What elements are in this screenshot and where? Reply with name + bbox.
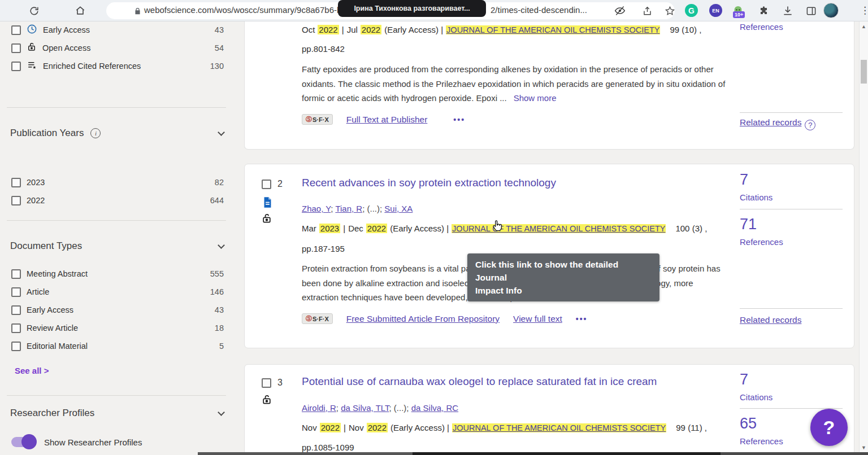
pub-month: Nov [302,423,317,432]
screenshare-notification[interactable]: Ірина Тихонкова разговаривает... [338,0,486,17]
references-label[interactable]: References [740,237,783,247]
profile-avatar[interactable] [823,3,839,18]
help-button[interactable]: ? [810,409,848,446]
author-link[interactable]: da Silva, RC [411,403,458,413]
meeting-abstract-checkbox[interactable] [11,269,21,279]
right-column-divider [740,308,843,309]
record-title-link[interactable]: Potential use of carnauba wax oleogel to… [302,375,657,388]
web-of-science-results-page: webofscience.com/wos/woscc/summary/9c8a6… [0,0,868,455]
filter-meeting-abstract[interactable]: Meeting Abstract 555 [11,268,224,280]
pub-year-highlight: 2022 [318,25,338,34]
filter-label: Article [27,287,49,296]
filter-label: Early Access [43,25,90,34]
document-types-header[interactable]: Document Types [10,240,224,252]
related-records-link[interactable]: Related records [740,315,801,325]
filter-label: Meeting Abstract [27,269,88,278]
filter-early-access-doctype[interactable]: Early Access 43 [11,304,224,316]
early-access-doctype-checkbox[interactable] [11,305,21,315]
researcher-profiles-toggle[interactable] [11,437,35,447]
show-more-link[interactable]: Show more [514,93,557,103]
year-2023-checkbox[interactable] [11,178,21,187]
article-checkbox[interactable] [11,287,21,297]
page-range: pp.801-842 [302,44,345,54]
early-access-tag: (Early Access) | [384,25,443,34]
pub-separator: | [342,25,344,34]
journal-link[interactable]: JOURNAL OF THE AMERICAN OIL CHEMISTS SOC… [452,224,666,233]
citations-count[interactable]: 7 [740,371,748,388]
publication-years-header[interactable]: Publication Years i [10,128,224,139]
author-link[interactable]: Airoldi, R [302,403,336,413]
year-2022-checkbox[interactable] [11,196,21,205]
grammarly-icon[interactable]: G [685,4,698,17]
author-link[interactable]: Sui, XA [384,204,413,213]
filter-year-2023[interactable]: 2023 82 [11,176,224,189]
free-submitted-article-link[interactable]: Free Submitted Article From Repository [346,314,500,324]
extensions-puzzle-icon[interactable] [757,5,770,17]
open-access-checkbox[interactable] [11,43,21,53]
toggle-label: Show Researcher Profiles [44,438,142,447]
download-icon[interactable] [782,5,794,17]
citations-label[interactable]: Citations [740,193,772,202]
citations-label[interactable]: Citations [740,392,772,402]
home-icon[interactable] [74,5,86,17]
scrollbar-thumb[interactable] [861,60,867,84]
enriched-checkbox[interactable] [11,62,21,71]
researcher-profiles-header[interactable]: Researcher Profiles [10,408,224,419]
fulltext-link-row: ⓈS·F·X Free Submitted Article From Repos… [302,313,588,324]
journal-link[interactable]: JOURNAL OF THE AMERICAN OIL CHEMISTS SOC… [452,423,666,432]
review-article-checkbox[interactable] [11,323,21,333]
filter-label: Review Article [27,323,78,333]
author-link[interactable]: da Silva, TLT [341,403,389,413]
view-full-text-link[interactable]: View full text [513,314,562,324]
more-links-button[interactable]: ••• [453,115,465,124]
question-circle-icon[interactable]: ? [805,120,815,130]
filter-article[interactable]: Article 146 [11,286,224,298]
references-label[interactable]: References [740,22,783,32]
author-link[interactable]: Tian, R [335,204,362,213]
filter-open-access[interactable]: Open Access 54 [11,42,224,54]
browser-menu-icon[interactable]: ⋮ [860,5,868,16]
info-icon[interactable]: i [90,128,101,138]
filter-count: 146 [210,287,224,296]
see-all-link[interactable]: See all > [15,366,49,375]
chevron-down-icon[interactable] [218,129,225,136]
record-title-link[interactable]: Recent advances in soy protein extractio… [302,177,556,189]
filter-review-article[interactable]: Review Article 18 [11,322,224,334]
filter-editorial-material[interactable]: Editorial Material 5 [11,340,224,352]
journal-link[interactable]: JOURNAL OF THE AMERICAN OIL CHEMISTS SOC… [446,25,660,34]
result-card-3: 3 Potential use of carnauba wax oleogel … [244,364,854,455]
early-access-checkbox[interactable] [11,25,21,35]
references-count[interactable]: 65 [740,415,757,432]
filter-enriched-cited-references[interactable]: Enriched Cited References 130 [11,60,224,72]
author-link[interactable]: Zhao, Y [302,204,331,213]
references-count[interactable]: 71 [740,216,757,233]
scroll-down-icon[interactable]: ▼ [860,445,868,450]
references-label[interactable]: References [740,436,783,446]
side-panel-icon[interactable] [805,5,817,17]
record-checkbox[interactable] [262,378,271,388]
chevron-down-icon[interactable] [218,242,225,249]
pub-month: Mar [302,224,316,233]
editorial-material-checkbox[interactable] [11,342,21,351]
filter-year-2022[interactable]: 2022 644 [11,194,224,207]
related-records-link[interactable]: Related records [740,117,801,127]
filter-count: 82 [215,178,224,187]
translate-extension-icon[interactable]: EN [709,4,722,17]
bookmark-star-icon[interactable] [663,5,676,17]
share-icon[interactable] [641,5,653,17]
full-text-at-publisher-link[interactable]: Full Text at Publisher [346,115,428,125]
chevron-down-icon[interactable] [218,409,225,416]
refresh-icon[interactable] [28,5,40,17]
scroll-up-icon[interactable]: ▲ [860,24,868,29]
pub-year-highlight: 2022 [320,423,341,432]
citations-count[interactable]: 7 [740,171,748,189]
sfx-badge-icon[interactable]: ⓈS·F·X [302,114,333,125]
more-links-button[interactable]: ••• [576,314,588,323]
section-title: Publication Years [10,128,84,139]
page-scrollbar[interactable]: ▲ ▼ [859,21,868,452]
sfx-badge-icon[interactable]: ⓈS·F·X [302,313,333,324]
record-checkbox[interactable] [262,180,271,189]
filter-early-access[interactable]: Early Access 43 [11,24,224,36]
eye-off-icon[interactable] [614,5,626,17]
record-number: 3 [277,378,283,388]
